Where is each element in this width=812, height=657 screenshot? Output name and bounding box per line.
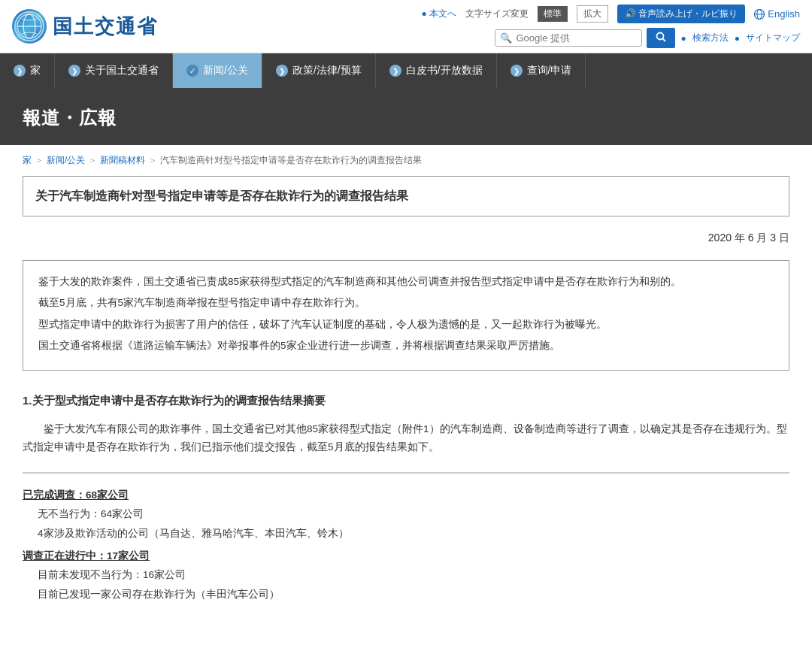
- search-method-link[interactable]: 検索方法: [692, 32, 729, 44]
- nav-label-policy: 政策/法律/预算: [292, 64, 362, 77]
- svg-point-6: [656, 33, 663, 40]
- dot-icon2: ●: [735, 33, 740, 44]
- nav-item-about[interactable]: ❯ 关于国土交通省: [55, 53, 173, 88]
- globe-icon: [754, 9, 765, 20]
- nav-label-home: 家: [30, 64, 41, 77]
- nav-item-inquiry[interactable]: ❯ 查询/申请: [497, 53, 586, 88]
- nav-label-news: 新闻/公关: [203, 64, 248, 77]
- summary-line1: 鉴于大发的欺诈案件，国土交通省已责成85家获得型式指定的汽车制造商和其他公司调查…: [38, 273, 774, 291]
- nav-arrow-whitepaper: ❯: [389, 65, 401, 77]
- result-no-issue: 无不当行为：64家公司: [23, 504, 789, 524]
- search-input[interactable]: [517, 32, 637, 44]
- logo-text: 国土交通省: [53, 14, 158, 40]
- logo-area: 国土交通省: [12, 9, 158, 44]
- breadcrumb: 家 ＞ 新闻/公关 ＞ 新聞稿材料 ＞ 汽车制造商针对型号指定申请等是否存在欺诈…: [0, 145, 812, 176]
- article-title: 关于汽车制造商针对型号指定申请等是否存在欺诈行为的调查报告结果: [23, 176, 789, 216]
- nav-label-whitepaper: 白皮书/开放数据: [406, 64, 483, 77]
- main-nav: ❯ 家 ❯ 关于国土交通省 ✓ 新闻/公关 ❯ 政策/法律/预算 ❯ 白皮书/开…: [0, 53, 812, 88]
- nav-arrow-news: ✓: [186, 65, 198, 77]
- breadcrumb-home[interactable]: 家: [23, 154, 32, 167]
- svg-point-0: [17, 14, 41, 38]
- completed-label: 已完成调查：68家公司: [23, 489, 129, 501]
- font-size-label: 文字サイズ変更: [465, 8, 529, 20]
- result-ongoing: 调查正在进行中：17家公司: [23, 546, 789, 566]
- page-header: 報道・広報: [0, 88, 812, 145]
- sep2: ＞: [88, 154, 97, 167]
- audio-button[interactable]: 🔊 音声読み上げ・ルビ振り: [617, 5, 745, 23]
- result-one-fraud: 目前已发现一家公司存在欺诈行为（丰田汽车公司）: [23, 585, 789, 604]
- nav-label-about: 关于国土交通省: [85, 64, 159, 77]
- nav-arrow-about: ❯: [68, 65, 80, 77]
- large-size-button[interactable]: 拡大: [577, 5, 608, 23]
- summary-line2: 截至5月底，共有5家汽车制造商举报在型号指定申请中存在欺诈行为。: [38, 294, 774, 312]
- search-icon: 🔍: [500, 32, 512, 44]
- breadcrumb-current: 汽车制造商针对型号指定申请等是否存在欺诈行为的调查报告结果: [160, 154, 422, 167]
- nav-item-policy[interactable]: ❯ 政策/法律/预算: [262, 53, 376, 88]
- svg-point-1: [23, 14, 35, 38]
- sep3: ＞: [148, 154, 157, 167]
- top-controls-row1: ● 本文へ 文字サイズ変更 標準 拡大 🔊 音声読み上げ・ルビ振り Englis…: [421, 5, 800, 23]
- nav-arrow-policy: ❯: [276, 65, 288, 77]
- top-bar: 国土交通省 ● 本文へ 文字サイズ変更 標準 拡大 🔊 音声読み上げ・ルビ振り …: [0, 0, 812, 53]
- english-label: English: [768, 8, 800, 20]
- content-area: 关于汽车制造商针对型号指定申请等是否存在欺诈行为的调查报告结果 2020 年 6…: [0, 176, 812, 634]
- section-divider: [23, 472, 789, 474]
- article-date: 2020 年 6 月 3 日: [23, 232, 789, 245]
- dot-icon: ●: [681, 33, 686, 44]
- homepage-link[interactable]: ● 本文へ: [421, 8, 456, 20]
- standard-size-button[interactable]: 標準: [538, 6, 568, 22]
- nav-arrow-inquiry: ❯: [511, 65, 523, 77]
- english-link[interactable]: English: [754, 8, 800, 20]
- top-bar-controls: ● 本文へ 文字サイズ変更 標準 拡大 🔊 音声読み上げ・ルビ振り Englis…: [421, 5, 800, 48]
- top-controls-row2: 🔍 ● 検索方法 ● サイトマップ: [495, 28, 801, 48]
- search-links: ● 検索方法 ● サイトマップ: [681, 32, 801, 44]
- nav-label-inquiry: 查询/申请: [527, 64, 572, 77]
- search-btn-icon: [656, 32, 666, 42]
- nav-item-news[interactable]: ✓ 新闻/公关: [173, 53, 262, 88]
- result-fraud-companies: 4家涉及欺诈活动的公司（马自达、雅马哈汽车、本田汽车、铃木）: [23, 524, 789, 543]
- breadcrumb-press[interactable]: 新聞稿材料: [100, 154, 145, 167]
- sitemap-link[interactable]: サイトマップ: [746, 32, 800, 44]
- result-completed: 已完成调查：68家公司: [23, 486, 789, 505]
- nav-item-home[interactable]: ❯ 家: [0, 53, 55, 88]
- nav-item-whitepaper[interactable]: ❯ 白皮书/开放数据: [376, 53, 497, 88]
- breadcrumb-news[interactable]: 新闻/公关: [47, 154, 85, 167]
- search-button[interactable]: [647, 28, 675, 48]
- ongoing-label: 调查正在进行中：17家公司: [23, 550, 150, 562]
- nav-arrow-home: ❯: [14, 65, 26, 77]
- logo-icon: [12, 9, 47, 44]
- search-input-wrap: 🔍: [495, 29, 642, 47]
- summary-line4: 国土交通省将根据《道路运输车辆法》对举报事件的5家企业进行进一步调查，并将根据调…: [38, 337, 774, 355]
- page-title: 報道・広報: [23, 106, 789, 130]
- svg-line-7: [662, 39, 665, 42]
- section1-body: 鉴于大发汽车有限公司的欺诈事件，国土交通省已对其他85家获得型式指定（附件1）的…: [23, 420, 789, 457]
- search-bar: 🔍: [495, 28, 675, 48]
- result-no-issue-ongoing: 目前未发现不当行为：16家公司: [23, 565, 789, 585]
- summary-line3: 型式指定申请中的欺诈行为损害了用户的信任，破坏了汽车认证制度的基础，令人极为遗憾…: [38, 316, 774, 334]
- section1-heading: 1.关于型式指定申请中是否存在欺诈行为的调查报告结果摘要: [23, 392, 789, 410]
- sep1: ＞: [35, 154, 44, 167]
- summary-box: 鉴于大发的欺诈案件，国土交通省已责成85家获得型式指定的汽车制造商和其他公司调查…: [23, 260, 789, 371]
